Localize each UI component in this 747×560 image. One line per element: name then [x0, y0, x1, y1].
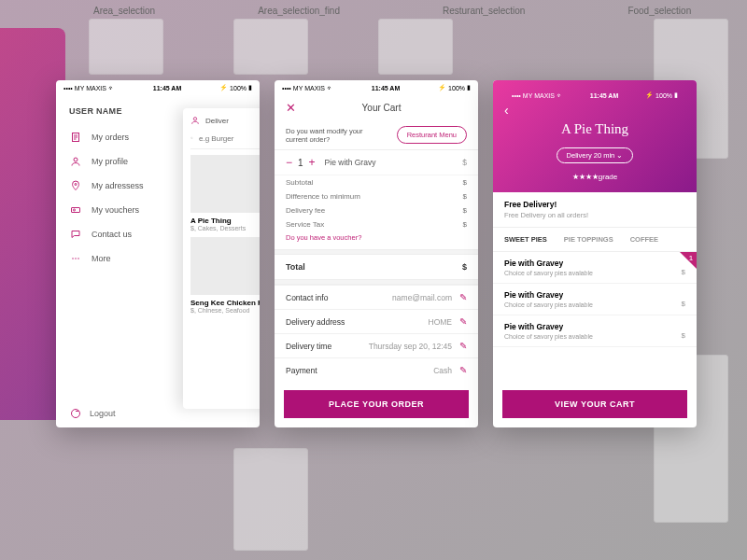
- user-icon: [69, 155, 82, 168]
- edit-icon[interactable]: ✎: [459, 316, 467, 327]
- status-bar: ••••MY MAXISᯤ 11:45 AM ⚡100%▮: [56, 80, 260, 95]
- info-delivery-time[interactable]: Delivery timeThursday sep 20, 12:45✎: [275, 333, 478, 357]
- qty-value: 1: [298, 158, 303, 168]
- menu-item-row[interactable]: Pie with Gravey Choice of savory pies av…: [493, 252, 697, 284]
- deliver-label: Deliver: [205, 117, 229, 125]
- qty-plus[interactable]: +: [309, 156, 316, 169]
- screen-restaurant: ••••MY MAXISᯤ 11:45 AM ⚡100%▮ ‹ A Pie Th…: [493, 80, 697, 427]
- card-subtitle: $, Cakes, Desserts: [190, 225, 260, 231]
- item-price: $: [682, 268, 685, 276]
- item-name: Pie with Gravy: [325, 158, 463, 167]
- category-tabs: SWEET PIES PIE TOPPINGS COFFEE: [493, 228, 697, 252]
- info-address[interactable]: Delivery addressHOME✎: [275, 309, 478, 333]
- chevron-down-icon: ⌄: [616, 151, 623, 160]
- line-delivery-fee: Delivery fee$: [275, 203, 478, 217]
- voucher-icon: [69, 203, 82, 217]
- bg-wireframe: [233, 19, 308, 75]
- edit-icon[interactable]: ✎: [459, 341, 467, 351]
- logout-icon: [69, 407, 82, 420]
- line-service-tax: Service Tax$: [275, 217, 478, 231]
- home-preview-panel: Deliver A Pie Thing $, Cakes, Desserts S…: [183, 108, 260, 409]
- logout-button[interactable]: Logout: [69, 407, 247, 420]
- menu-item-row[interactable]: Pie with Gravey Choice of savory pies av…: [493, 284, 697, 315]
- card-title: A Pie Thing: [190, 217, 260, 225]
- menu-label: Contact us: [92, 230, 132, 239]
- user-icon: [190, 116, 200, 125]
- restaurant-card[interactable]: A Pie Thing $, Cakes, Desserts: [190, 155, 260, 231]
- cart-item: − 1 + Pie with Gravy $: [275, 150, 478, 175]
- svg-point-2: [75, 184, 77, 186]
- status-bar: ••••MY MAXISᯤ 11:45 AM ⚡100%▮: [275, 80, 478, 95]
- info-contact[interactable]: Contact infoname@mail.com✎: [275, 285, 478, 309]
- close-icon[interactable]: ✕: [286, 101, 296, 115]
- svg-point-1: [74, 158, 78, 161]
- tab-sweet-pies[interactable]: SWEET PIES: [504, 235, 547, 244]
- rating: ★★★★grade: [504, 173, 685, 181]
- card-image: [190, 237, 260, 295]
- card-image: [190, 155, 260, 213]
- search-input[interactable]: [190, 131, 260, 149]
- menu-label: My adressess: [92, 181, 144, 190]
- bg-wireframe: [89, 19, 163, 75]
- bg-wireframe: [378, 19, 453, 75]
- bg-flow-labels: Area_selectionArea_selection_findRestura…: [0, 6, 747, 16]
- menu-item-row[interactable]: Pie with Gravey Choice of savory pies av…: [493, 315, 697, 347]
- restaurant-menu-button[interactable]: Resturant Menu: [397, 126, 467, 144]
- item-title: Pie with Gravey: [504, 259, 593, 268]
- place-order-button[interactable]: PLACE YOUR ORDER: [284, 390, 469, 418]
- restaurant-name: A Pie Thing: [504, 121, 685, 137]
- item-subtitle: Choice of savory pies avalable: [504, 301, 593, 308]
- svg-point-7: [78, 258, 79, 259]
- card-subtitle: $, Chinese, Seafood: [190, 307, 260, 314]
- menu-label: My vouchers: [92, 205, 139, 215]
- modify-prompt: Do you want modify your current order?: [286, 127, 370, 144]
- menu-label: More: [92, 254, 111, 263]
- receipt-icon: [69, 131, 82, 144]
- tab-coffee[interactable]: COFFEE: [630, 235, 658, 244]
- item-title: Pie with Gravey: [504, 322, 593, 331]
- item-subtitle: Choice of savory pies avalable: [504, 270, 593, 276]
- menu-label: My orders: [92, 133, 129, 142]
- screen-cart: ••••MY MAXISᯤ 11:45 AM ⚡100%▮ ✕ Your Car…: [275, 80, 478, 427]
- line-min-diff: Difference to minimum$: [275, 189, 478, 203]
- info-payment[interactable]: PaymentCash✎: [275, 357, 478, 382]
- bg-wireframe: [233, 448, 308, 551]
- free-delivery-banner: Free Delivery! Free Delivery on all orde…: [493, 192, 697, 228]
- more-icon: [69, 252, 82, 265]
- status-bar: ••••MY MAXISᯤ 11:45 AM ⚡100%▮: [504, 88, 685, 103]
- tab-pie-toppings[interactable]: PIE TOPPINGS: [564, 235, 613, 244]
- svg-point-4: [74, 209, 76, 211]
- total-row: Total$: [275, 255, 478, 279]
- restaurant-card[interactable]: Seng Kee Chicken Rice $, Chinese, Seafoo…: [190, 237, 260, 314]
- voucher-link[interactable]: Do you have a voucher?: [275, 231, 478, 249]
- page-title: Your Cart: [296, 103, 467, 113]
- line-subtotal: Subtotal$: [275, 175, 478, 189]
- item-price: $: [462, 158, 467, 167]
- menu-label: My profile: [92, 157, 128, 166]
- svg-point-6: [75, 258, 77, 259]
- search-field[interactable]: [199, 134, 260, 143]
- banner-title: Free Delivery!: [504, 200, 685, 209]
- qty-badge: 1: [680, 252, 697, 269]
- qty-minus[interactable]: −: [286, 156, 292, 169]
- svg-point-8: [72, 410, 80, 418]
- item-price: $: [682, 331, 685, 340]
- view-cart-button[interactable]: VIEW YOUR CART: [502, 390, 687, 418]
- svg-point-10: [191, 137, 193, 139]
- search-icon: [190, 133, 193, 143]
- chat-icon: [69, 228, 82, 241]
- back-icon[interactable]: ‹: [504, 103, 685, 118]
- edit-icon[interactable]: ✎: [459, 365, 467, 375]
- item-price: $: [682, 300, 685, 308]
- screen-drawer: ••••MY MAXISᯤ 11:45 AM ⚡100%▮ USER NAME …: [56, 80, 260, 427]
- svg-point-9: [193, 118, 196, 120]
- pin-icon: [69, 179, 82, 192]
- delivery-time-pill[interactable]: Delivery 20 min ⌄: [557, 147, 634, 163]
- edit-icon[interactable]: ✎: [459, 292, 467, 302]
- card-title: Seng Kee Chicken Rice: [190, 299, 260, 307]
- banner-subtitle: Free Delivery on all orders!: [504, 211, 685, 219]
- item-title: Pie with Gravey: [504, 290, 593, 300]
- svg-point-5: [72, 258, 74, 259]
- item-subtitle: Choice of savory pies avalable: [504, 333, 593, 340]
- logout-label: Logout: [90, 409, 116, 418]
